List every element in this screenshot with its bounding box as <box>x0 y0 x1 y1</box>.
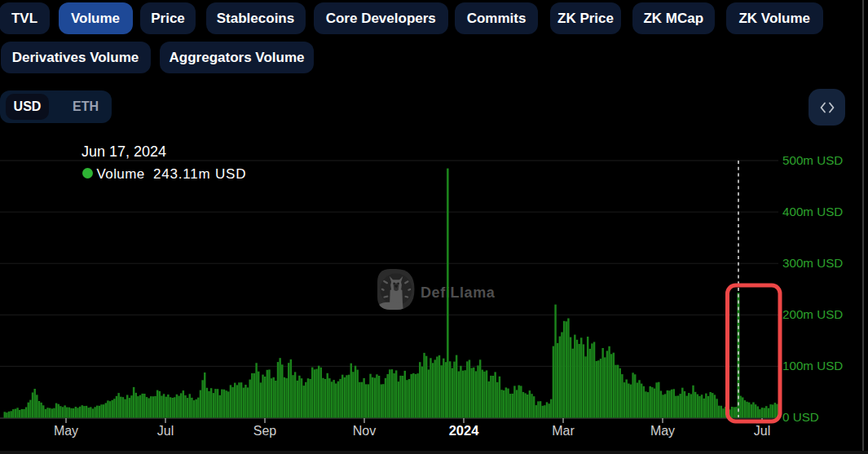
svg-text:May: May <box>54 424 78 438</box>
svg-text:Nov: Nov <box>353 424 376 438</box>
svg-text:200m USD: 200m USD <box>782 307 843 321</box>
svg-text:400m USD: 400m USD <box>782 205 843 218</box>
svg-text:May: May <box>650 424 675 438</box>
svg-text:Mar: Mar <box>552 424 575 438</box>
svg-text:300m USD: 300m USD <box>782 256 843 270</box>
svg-text:2024: 2024 <box>449 423 480 438</box>
svg-text:Jul: Jul <box>157 424 174 438</box>
svg-text:Jul: Jul <box>754 424 770 438</box>
svg-text:100m USD: 100m USD <box>782 359 843 372</box>
svg-text:Sep: Sep <box>253 424 277 438</box>
svg-text:500m USD: 500m USD <box>782 153 843 167</box>
svg-text:0 USD: 0 USD <box>782 410 819 424</box>
svg-text:DefiLlama: DefiLlama <box>421 284 496 301</box>
